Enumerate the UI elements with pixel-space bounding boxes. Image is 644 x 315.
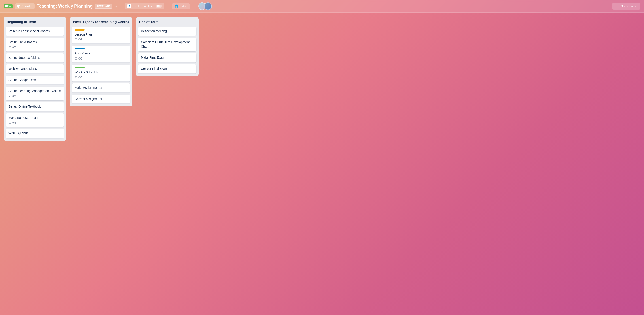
card-title: Set up dropbox folders bbox=[8, 56, 61, 60]
board-content: Beginning of TermReserve Labs/Special Ro… bbox=[0, 13, 644, 145]
card-title: After Class bbox=[75, 51, 128, 56]
board-label: Board bbox=[22, 5, 30, 8]
chevron-down-icon: ▾ bbox=[31, 5, 32, 8]
card-title: Lesson Plan bbox=[75, 33, 128, 37]
checklist-count: 0/4 bbox=[12, 121, 16, 124]
list-beginning: Beginning of TermReserve Labs/Special Ro… bbox=[4, 17, 66, 141]
show-menu-label: Show menu bbox=[621, 5, 637, 8]
checklist-icon: ☑ bbox=[8, 95, 11, 98]
card-title: Set up Online Textbook bbox=[8, 105, 61, 109]
board-icon bbox=[17, 5, 20, 8]
card-title: Correct Assignment 1 bbox=[75, 97, 128, 101]
checklist-count: 0/6 bbox=[78, 57, 82, 60]
card-label-orange bbox=[75, 29, 84, 31]
card-meta: ☑0/4 bbox=[8, 121, 61, 124]
board-button[interactable]: Board ▾ bbox=[15, 3, 34, 9]
card[interactable]: Complete Curriculum Development Chart bbox=[138, 38, 196, 52]
trello-templates-label: Trello Templates bbox=[133, 5, 154, 8]
card[interactable]: Make Semester Plan☑0/4 bbox=[6, 113, 64, 127]
card-title: Set up Google Drive bbox=[8, 78, 61, 82]
card[interactable]: Set up Online Textbook bbox=[6, 102, 64, 112]
card-title: Make Assignment 1 bbox=[75, 86, 128, 90]
public-button[interactable]: 🌐 Public bbox=[172, 3, 190, 9]
card-title: Reflection Meeting bbox=[141, 29, 194, 34]
checklist-icon: ☑ bbox=[75, 76, 77, 79]
bc-badge: BC bbox=[156, 5, 162, 8]
divider bbox=[121, 3, 121, 10]
board-title: Teaching: Weekly Planning bbox=[37, 4, 93, 9]
card-title: Write Syllabus bbox=[8, 131, 61, 136]
checklist-count: 0/3 bbox=[12, 95, 16, 98]
header-left: NEW Board ▾ Teaching: Weekly Planning TE… bbox=[4, 3, 118, 9]
card[interactable]: Correct Assignment 1 bbox=[72, 95, 130, 104]
card[interactable]: Set up Google Drive bbox=[6, 76, 64, 85]
card[interactable]: Reflection Meeting bbox=[138, 27, 196, 36]
card-title: Set up Learning Management System bbox=[8, 89, 61, 93]
card-label-blue bbox=[75, 48, 84, 50]
card[interactable]: Correct Final Exam bbox=[138, 65, 196, 74]
card[interactable]: Make Final Exam bbox=[138, 53, 196, 63]
checklist-icon: ☑ bbox=[8, 121, 11, 124]
checklist-count: 0/7 bbox=[78, 38, 82, 41]
card[interactable]: Web Enhance Class bbox=[6, 65, 64, 74]
new-badge: NEW bbox=[4, 5, 13, 8]
card[interactable]: Set up Trello Boards☑0/6 bbox=[6, 38, 64, 52]
card-title: Reserve Labs/Special Rooms bbox=[8, 29, 61, 34]
card[interactable]: Reserve Labs/Special Rooms bbox=[6, 27, 64, 36]
card[interactable]: Write Syllabus bbox=[6, 129, 64, 138]
avatar-group bbox=[198, 3, 212, 10]
card-label-green bbox=[75, 67, 84, 69]
trello-templates-button[interactable]: T Trello Templates BC bbox=[125, 3, 164, 10]
trello-icon: T bbox=[128, 4, 132, 8]
list-week1: Week 1 (copy for remaining weeks)Lesson … bbox=[70, 17, 132, 107]
globe-icon: 🌐 bbox=[174, 5, 178, 8]
card[interactable]: After Class☑0/6 bbox=[72, 46, 130, 63]
list-endterm: End of TermReflection MeetingComplete Cu… bbox=[136, 17, 198, 76]
divider-2 bbox=[168, 3, 168, 10]
card[interactable]: Set up dropbox folders bbox=[6, 54, 64, 63]
card-title: Make Final Exam bbox=[141, 56, 194, 60]
card[interactable]: Make Assignment 1 bbox=[72, 84, 130, 93]
card-meta: ☑0/7 bbox=[75, 38, 128, 41]
checklist-icon: ☑ bbox=[75, 57, 77, 60]
checklist-count: 0/6 bbox=[78, 76, 82, 79]
card[interactable]: Weekly Schedule☑0/6 bbox=[72, 65, 130, 82]
list-header-endterm: End of Term bbox=[138, 20, 196, 24]
card[interactable]: Set up Learning Management System☑0/3 bbox=[6, 87, 64, 100]
dots-icon: ··· bbox=[616, 4, 619, 8]
public-label: Public bbox=[180, 5, 188, 8]
checklist-icon: ☑ bbox=[8, 46, 11, 49]
card-title: Make Semester Plan bbox=[8, 116, 61, 120]
card-meta: ☑0/3 bbox=[8, 95, 61, 98]
card-meta: ☑0/6 bbox=[75, 76, 128, 79]
card-meta: ☑0/6 bbox=[75, 57, 128, 60]
avatar-user2[interactable] bbox=[204, 3, 212, 10]
card[interactable]: Lesson Plan☑0/7 bbox=[72, 27, 130, 44]
header: NEW Board ▾ Teaching: Weekly Planning TE… bbox=[0, 0, 644, 13]
show-menu-button[interactable]: ··· Show menu bbox=[612, 3, 640, 10]
list-header-week1: Week 1 (copy for remaining weeks) bbox=[72, 20, 130, 24]
card-title: Weekly Schedule bbox=[75, 70, 128, 75]
list-header-beginning: Beginning of Term bbox=[6, 20, 64, 24]
star-button[interactable]: ☆ bbox=[114, 4, 118, 8]
card-title: Web Enhance Class bbox=[8, 67, 61, 71]
card-title: Complete Curriculum Development Chart bbox=[141, 40, 194, 49]
checklist-icon: ☑ bbox=[75, 38, 77, 41]
card-title: Set up Trello Boards bbox=[8, 40, 61, 45]
card-meta: ☑0/6 bbox=[8, 46, 61, 49]
template-badge: TEMPLATE bbox=[95, 4, 112, 9]
checklist-count: 0/6 bbox=[12, 46, 16, 49]
card-title: Correct Final Exam bbox=[141, 67, 194, 71]
